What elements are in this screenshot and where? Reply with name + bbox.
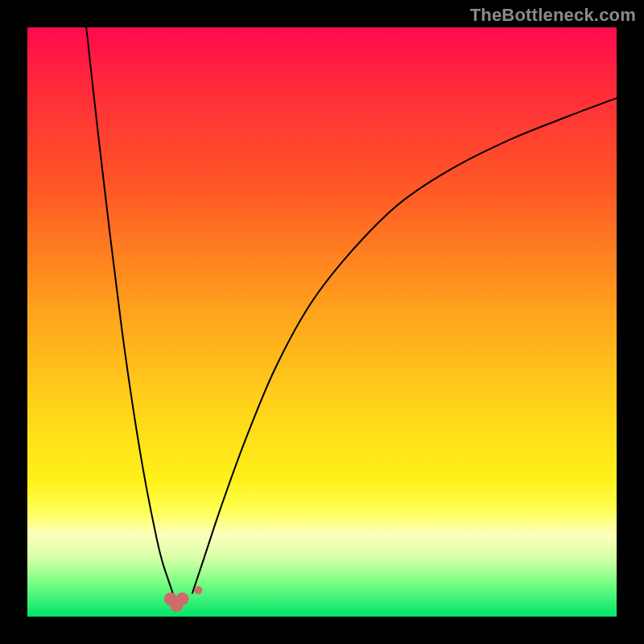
watermark-text: TheBottleneck.com <box>470 5 636 26</box>
u-blob-right <box>175 592 188 605</box>
curve-right-arc <box>192 98 617 593</box>
curve-left-arc <box>86 27 175 599</box>
markers-layer <box>164 586 203 612</box>
curves-layer <box>27 27 617 617</box>
chart-frame: TheBottleneck.com <box>0 0 644 644</box>
dot-right <box>194 586 202 594</box>
plot-area <box>27 27 617 617</box>
